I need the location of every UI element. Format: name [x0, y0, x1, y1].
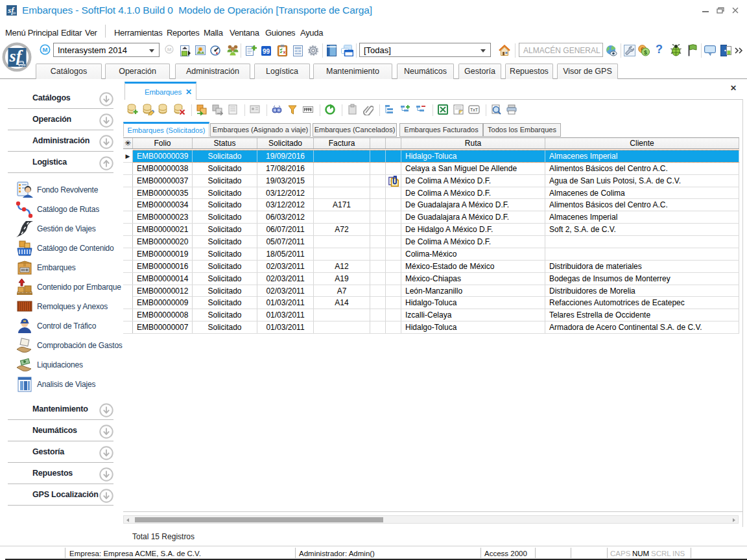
svg-text:$: $	[644, 49, 647, 56]
svg-text:M: M	[167, 47, 172, 52]
svg-text:99: 99	[263, 48, 270, 55]
svg-text:M: M	[43, 46, 48, 53]
svg-text:TxT: TxT	[470, 108, 479, 112]
